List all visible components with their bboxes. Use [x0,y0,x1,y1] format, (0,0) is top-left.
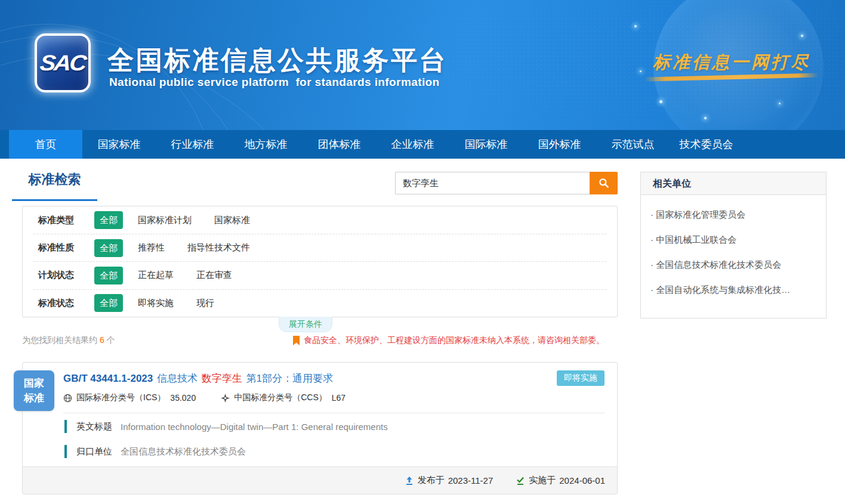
filter-option[interactable]: 指导性技术文件 [187,242,250,253]
nav-item-pilot[interactable]: 示范试点 [596,130,670,159]
expand-conditions-button[interactable]: 展开条件 [279,317,332,332]
filter-option[interactable]: 国家标准计划 [138,215,192,226]
slogan-text: 标准信息一网打尽 [653,51,810,75]
committee-row: 归口单位 全国信息技术标准化技术委员会 [64,445,246,458]
card-footer: 发布于2023-11-27 实施于2024-06-01 [23,466,617,494]
sac-logo[interactable]: SAC [35,33,91,92]
national-standard-badge: 国家标准 [14,370,54,411]
filter-option[interactable]: 即将实施 [138,298,174,309]
filter-option[interactable]: 推荐性 [138,242,165,253]
filter-label: 标准类型 [38,215,94,226]
implemented-date: 实施于2024-06-01 [516,475,605,486]
filter-row-standard-nature: 标准性质 全部 推荐性 指导性技术文件 [33,234,606,261]
filter-label: 计划状态 [38,270,94,281]
standard-title-highlight: 数字孪生 [202,373,242,384]
publish-icon [405,476,414,486]
related-unit-link[interactable]: 全国自动化系统与集成标准化技… [650,283,816,296]
search-button[interactable] [590,172,618,194]
filter-option[interactable]: 正在起草 [138,270,174,281]
status-badge: 即将实施 [557,370,605,386]
notice: 食品安全、环境保护、工程建设方面的国家标准未纳入本系统，请咨询相关部委。 [292,335,619,346]
filter-row-standard-type: 标准类型 全部 国家标准计划 国家标准 [33,206,606,234]
nav-item-local-standards[interactable]: 地方标准 [229,130,303,159]
published-date: 发布于2023-11-27 [405,475,494,486]
results-bar: 为您找到相关结果约6个 食品安全、环境保护、工程建设方面的国家标准未纳入本系统，… [22,335,619,346]
filter-all-button[interactable]: 全部 [94,267,123,285]
filter-option[interactable]: 现行 [196,298,214,309]
results-count-number: 6 [100,335,104,345]
teal-bar [64,445,67,458]
filter-option[interactable]: 正在审查 [196,270,232,281]
search-icon [598,177,610,189]
related-unit-link[interactable]: 全国信息技术标准化技术委员会 [650,258,816,271]
site-header: SAC 全国标准信息公共服务平台 National public service… [0,0,845,130]
divider [63,413,605,413]
search-bar [395,172,618,194]
nav-item-national-standards[interactable]: 国家标准 [82,130,156,159]
sparkle-decoration [779,103,781,104]
ics-group: 国际标准分类号（ICS）35.020 [63,392,196,403]
results-count: 为您找到相关结果约6个 [22,335,115,346]
standard-title-part: 第1部分：通用要求 [246,373,332,384]
site-title: 全国标准信息公共服务平台 [107,43,448,78]
related-units-list: 国家标准化管理委员会 中国机械工业联合会 全国信息技术标准化技术委员会 全国自动… [641,195,826,310]
nav-item-group-standards[interactable]: 团体标准 [303,130,376,159]
standard-code: GB/T 43441.1-2023 [63,373,153,384]
nav-item-home[interactable]: 首页 [9,130,82,159]
filter-row-standard-status: 标准状态 全部 即将实施 现行 [33,289,606,317]
related-unit-link[interactable]: 中国机械工业联合会 [650,233,816,246]
standard-title-link[interactable]: GB/T 43441.1-2023 信息技术 数字孪生 第1部分：通用要求 [63,372,333,385]
nav-item-foreign-standards[interactable]: 国外标准 [523,130,596,159]
filter-all-button[interactable]: 全部 [94,211,123,229]
filter-label: 标准状态 [38,298,94,309]
classification-row: 国际标准分类号（ICS）35.020 中国标准分类号（CCS）L67 [63,392,346,403]
ccs-group: 中国标准分类号（CCS）L67 [221,392,346,403]
sparkle-decoration [640,70,642,72]
sparkle-decoration [659,100,662,103]
result-card: 国家标准 GB/T 43441.1-2023 信息技术 数字孪生 第1部分：通用… [22,362,618,494]
main-content: 标准检索 标准类型 全部 国家标准计划 国家标准 标准性质 全部 推荐性 指导性… [0,159,845,504]
nav-item-enterprise-standards[interactable]: 企业标准 [376,130,449,159]
sparkle-decoration [704,117,707,119]
related-unit-link[interactable]: 国家标准化管理委员会 [650,208,816,221]
nav-item-industry-standards[interactable]: 行业标准 [156,130,229,159]
bookmark-icon [292,336,300,346]
sparkle-decoration [634,25,637,27]
filter-all-button[interactable]: 全部 [94,239,123,257]
filter-label: 标准性质 [38,242,94,253]
implemented-icon [516,476,525,486]
english-title-row: 英文标题 Information technology—Digital twin… [64,420,388,433]
filter-row-plan-status: 计划状态 全部 正在起草 正在审查 [33,261,606,289]
related-units-title: 相关单位 [641,172,826,195]
filter-panel: 标准类型 全部 国家标准计划 国家标准 标准性质 全部 推荐性 指导性技术文件 … [22,206,618,317]
related-units-panel: 相关单位 国家标准化管理委员会 中国机械工业联合会 全国信息技术标准化技术委员会… [640,172,827,319]
filter-option[interactable]: 国家标准 [214,215,250,226]
section-title-standard-search[interactable]: 标准检索 [12,171,97,201]
standard-title-part: 信息技术 [157,373,198,384]
main-nav: 首页 国家标准 行业标准 地方标准 团体标准 企业标准 国际标准 国外标准 示范… [0,130,845,159]
search-input[interactable] [395,172,590,194]
teal-bar [64,420,67,433]
nav-item-international-standards[interactable]: 国际标准 [449,130,523,159]
sparkle-decoration [801,35,803,37]
page: SAC 全国标准信息公共服务平台 National public service… [0,0,845,504]
nav-item-technical-committee[interactable]: 技术委员会 [670,130,743,159]
globe-icon [63,394,72,403]
compass-icon [221,394,230,403]
site-subtitle: National public service platform for sta… [109,76,440,89]
filter-all-button[interactable]: 全部 [94,294,123,312]
sac-logo-text: SAC [39,51,87,75]
